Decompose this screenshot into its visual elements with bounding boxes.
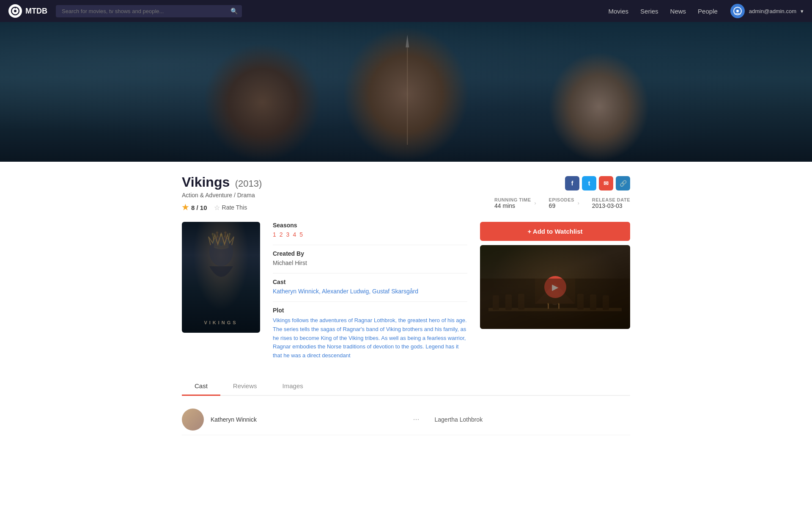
top-right: f t ✉ 🔗 RUNNING TIME 44 mins › EPISODES … xyxy=(494,174,630,218)
rating-value: 8 / 10 xyxy=(191,204,207,211)
brand-logo-icon xyxy=(8,4,22,18)
season-2[interactable]: 2 xyxy=(280,231,283,238)
svg-point-4 xyxy=(736,10,739,12)
search-input[interactable] xyxy=(56,5,242,17)
right-col: + Add to Watchlist xyxy=(480,222,630,360)
divider-1 xyxy=(273,245,467,245)
svg-rect-13 xyxy=(577,294,584,310)
details-info: Seasons 1 2 3 4 5 Created By Michael Hir… xyxy=(273,222,467,360)
poster-title-text: VIKINGS xyxy=(204,320,238,325)
seasons-section: Seasons 1 2 3 4 5 xyxy=(273,222,467,238)
running-time-meta: RUNNING TIME 44 mins › xyxy=(494,197,536,209)
running-time-label: RUNNING TIME xyxy=(494,197,531,202)
svg-rect-10 xyxy=(493,295,499,310)
nav-movies[interactable]: Movies xyxy=(609,8,629,15)
main-content: Vikings (2013) Action & Adventure / Dram… xyxy=(173,162,639,448)
release-date-meta: RELEASE DATE 2013-03-03 xyxy=(592,197,630,209)
divider-3 xyxy=(273,301,467,302)
season-numbers: 1 2 3 4 5 xyxy=(273,231,467,238)
tabs: Cast Reviews Images xyxy=(182,377,630,395)
meta-arrow-1: › xyxy=(535,200,536,206)
user-email: admin@admin.com xyxy=(749,8,796,14)
cast-names: Katheryn Winnick, Alexander Ludwig, Gust… xyxy=(273,288,467,295)
plot-label: Plot xyxy=(273,307,467,314)
share-link-btn[interactable]: 🔗 xyxy=(616,176,630,190)
episodes-label: EPISODES xyxy=(549,197,574,202)
social-icons: f t ✉ 🔗 xyxy=(565,176,630,190)
title-row: Vikings (2013) Action & Adventure / Dram… xyxy=(182,174,630,218)
svg-rect-17 xyxy=(548,304,549,309)
rate-this-label: Rate This xyxy=(222,204,247,211)
tab-reviews[interactable]: Reviews xyxy=(220,377,270,396)
search-container: 🔍 xyxy=(56,5,242,17)
divider-2 xyxy=(273,273,467,273)
plot-section: Plot Vikings follows the adventures of R… xyxy=(273,307,467,360)
svg-rect-11 xyxy=(505,295,512,310)
cast-label: Cast xyxy=(273,279,467,285)
tabs-section: Cast Reviews Images xyxy=(182,377,630,396)
user-avatar xyxy=(730,4,745,18)
user-area[interactable]: admin@admin.com ▾ xyxy=(730,4,804,18)
add-to-watchlist-btn[interactable]: + Add to Watchlist xyxy=(480,222,630,241)
title-section: Vikings (2013) Action & Adventure / Dram… xyxy=(182,174,494,212)
star-rating: ★ 8 / 10 xyxy=(182,203,207,212)
star-filled-icon: ★ xyxy=(182,203,189,212)
seasons-label: Seasons xyxy=(273,222,467,229)
nav-links: Movies Series News People xyxy=(609,8,718,15)
nav-news[interactable]: News xyxy=(670,8,686,15)
navbar: MTDB 🔍 Movies Series News People admin@a… xyxy=(0,0,812,22)
search-icon-btn[interactable]: 🔍 xyxy=(230,8,238,14)
season-4[interactable]: 4 xyxy=(293,231,296,238)
show-poster: 👑 VIKINGS xyxy=(182,222,260,333)
nav-people[interactable]: People xyxy=(698,8,718,15)
cast-actor-name: Katheryn Winnick xyxy=(211,416,406,423)
share-twitter-btn[interactable]: t xyxy=(582,176,596,190)
show-year: (2013) xyxy=(235,178,262,189)
show-title-container: Vikings (2013) xyxy=(182,174,494,190)
share-facebook-btn[interactable]: f xyxy=(565,176,579,190)
season-5[interactable]: 5 xyxy=(299,231,303,238)
main-details: 👑 VIKINGS Seasons 1 2 3 4 xyxy=(182,222,630,360)
svg-marker-6 xyxy=(406,35,409,47)
hero-banner xyxy=(0,22,812,162)
cast-avatar-img xyxy=(182,409,204,431)
svg-rect-12 xyxy=(518,294,524,310)
cast-character-name: Lagertha Lothbrok xyxy=(435,416,631,423)
svg-point-1 xyxy=(14,10,16,12)
tab-cast[interactable]: Cast xyxy=(182,377,220,396)
brand-name: MTDB xyxy=(25,7,47,16)
share-email-btn[interactable]: ✉ xyxy=(599,176,613,190)
cast-section: Cast Katheryn Winnick, Alexander Ludwig,… xyxy=(273,279,467,295)
created-by-name: Michael Hirst xyxy=(273,260,467,266)
release-date-label: RELEASE DATE xyxy=(592,197,630,202)
cast-list: Katheryn Winnick ··· Lagertha Lothbrok xyxy=(182,404,630,435)
meta-row: RUNNING TIME 44 mins › EPISODES 69 › REL… xyxy=(494,197,630,209)
meta-arrow-2: › xyxy=(578,200,579,206)
svg-rect-5 xyxy=(407,43,408,145)
video-thumbnail[interactable]: ▶ xyxy=(480,245,630,329)
nav-series[interactable]: Series xyxy=(640,8,658,15)
episodes-meta: EPISODES 69 › xyxy=(549,197,579,209)
show-title: Vikings xyxy=(182,174,230,190)
table-row: Katheryn Winnick ··· Lagertha Lothbrok xyxy=(182,404,630,435)
release-date-value: 2013-03-03 xyxy=(592,202,630,209)
svg-rect-14 xyxy=(590,295,596,310)
episodes-value: 69 xyxy=(549,202,574,209)
cast-avatar xyxy=(182,409,204,431)
user-dropdown-icon[interactable]: ▾ xyxy=(801,8,804,14)
tab-images[interactable]: Images xyxy=(270,377,316,396)
running-time-value: 44 mins xyxy=(494,202,531,209)
svg-rect-15 xyxy=(603,295,609,310)
cast-dots: ··· xyxy=(413,415,420,424)
season-3[interactable]: 3 xyxy=(286,231,290,238)
svg-rect-19 xyxy=(558,304,560,309)
rate-this-btn[interactable]: ☆ Rate This xyxy=(214,204,247,212)
season-1[interactable]: 1 xyxy=(273,231,276,238)
created-by-label: Created By xyxy=(273,250,467,257)
star-empty-icon: ☆ xyxy=(214,204,220,212)
brand-logo-container: MTDB xyxy=(8,4,47,18)
created-by-section: Created By Michael Hirst xyxy=(273,250,467,266)
rating-row: ★ 8 / 10 ☆ Rate This xyxy=(182,203,494,212)
plot-text: Vikings follows the adventures of Ragnar… xyxy=(273,316,467,360)
show-genre: Action & Adventure / Drama xyxy=(182,192,494,199)
